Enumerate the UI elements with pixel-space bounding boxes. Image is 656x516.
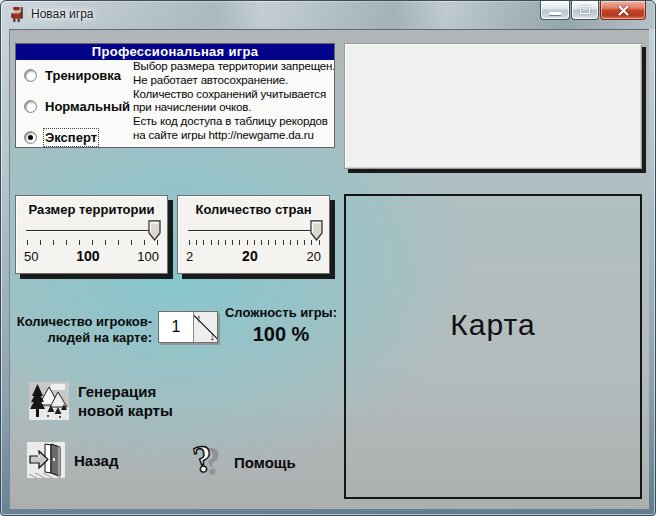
help-label: Помощь	[234, 453, 296, 472]
radio-circle-icon[interactable]	[24, 100, 37, 113]
exit-door-icon	[27, 442, 65, 478]
country-count-title: Количество стран	[178, 202, 329, 217]
radio-normal[interactable]: Нормальный	[24, 99, 130, 114]
country-count-ticks	[189, 240, 320, 245]
back-label: Назад	[74, 451, 118, 470]
radio-expert-label: Эксперт	[45, 130, 97, 145]
territory-size-title: Размер территории	[16, 202, 167, 217]
description-line: Количество сохранений учитывается	[133, 88, 333, 102]
description-line: Не работает автосохранение.	[133, 74, 333, 88]
territory-size-value: 100	[76, 248, 99, 264]
territory-size-ticks	[27, 240, 158, 245]
country-count-slider-thumb[interactable]	[310, 220, 323, 241]
generate-map-label-line2: новой карты	[78, 401, 173, 420]
maximize-icon	[580, 6, 590, 14]
country-count-panel: Количество стран 2 20 20	[177, 195, 330, 274]
difficulty-block: Сложность игры: 100 %	[222, 305, 340, 346]
map-area: Карта	[344, 194, 642, 499]
spin-down-icon[interactable]: ↓	[210, 330, 216, 342]
mode-description: Выбор размера территории запрещен. Не ра…	[133, 60, 333, 143]
minimize-icon	[549, 12, 561, 15]
title-bar[interactable]: Новая игра	[1, 1, 655, 29]
description-line: на сайте игры http://newgame.da.ru	[133, 129, 333, 143]
country-count-min: 2	[186, 249, 193, 264]
players-count-label-line1: Количество игроков-	[10, 314, 152, 330]
territory-size-slider-track[interactable]	[26, 230, 157, 232]
territory-size-panel: Размер территории 50 100 100	[15, 195, 168, 274]
territory-size-min: 50	[24, 249, 38, 264]
country-count-labels: 2 20 20	[186, 248, 321, 264]
window-controls	[540, 1, 646, 20]
radio-expert[interactable]: Эксперт	[24, 130, 97, 145]
game-mode-panel-header: Профессиональная игра	[16, 44, 334, 60]
players-count-label: Количество игроков- людей на карте:	[10, 314, 152, 346]
difficulty-value: 100 %	[222, 323, 340, 346]
description-line: Есть код доступа в таблицу рекордов	[133, 115, 333, 129]
country-count-slider-track[interactable]	[188, 230, 319, 232]
players-count-label-line2: людей на карте:	[10, 330, 152, 346]
close-icon	[617, 5, 630, 16]
question-mark-icon: ? ?	[189, 439, 225, 485]
close-button[interactable]	[600, 1, 646, 20]
radio-circle-icon[interactable]	[24, 131, 37, 144]
territory-size-labels: 50 100 100	[24, 248, 159, 264]
dialog-client-area: Профессиональная игра Тренировка Нормаль…	[9, 29, 649, 509]
generate-map-button[interactable]: Генерация новой карты	[29, 382, 173, 420]
description-line: Выбор размера территории запрещен.	[133, 60, 333, 74]
window-title: Новая игра	[31, 7, 94, 21]
forest-mountains-icon	[29, 382, 69, 420]
back-button[interactable]: Назад	[27, 442, 118, 478]
description-line: при начислении очков.	[133, 101, 333, 115]
players-count-value: 1	[159, 312, 193, 342]
maximize-button[interactable]	[571, 1, 599, 20]
radio-normal-label: Нормальный	[45, 99, 130, 114]
map-label: Карта	[450, 308, 535, 342]
territory-size-slider-thumb[interactable]	[148, 220, 161, 241]
radio-circle-icon[interactable]	[24, 69, 37, 82]
radio-training[interactable]: Тренировка	[24, 68, 121, 83]
radio-training-label: Тренировка	[45, 68, 121, 83]
game-mode-panel: Профессиональная игра Тренировка Нормаль…	[15, 43, 335, 148]
knight-icon	[8, 6, 25, 23]
country-count-value: 20	[242, 248, 258, 264]
generate-map-label-line1: Генерация	[78, 382, 173, 401]
dialog-window: Новая игра Профессиональная игра Трениро…	[0, 0, 656, 516]
help-button[interactable]: ? ? Помощь	[189, 439, 296, 485]
minimize-button[interactable]	[540, 1, 570, 20]
difficulty-label: Сложность игры:	[222, 305, 340, 320]
spin-up-icon[interactable]: ↑	[196, 312, 202, 324]
country-count-max: 20	[307, 249, 321, 264]
info-preview-panel	[344, 43, 642, 169]
generate-map-label: Генерация новой карты	[78, 382, 173, 420]
territory-size-max: 100	[137, 249, 159, 264]
spinner-buttons[interactable]: ↑ ↓	[193, 312, 217, 342]
players-count-spinner: 1 ↑ ↓	[158, 311, 218, 343]
